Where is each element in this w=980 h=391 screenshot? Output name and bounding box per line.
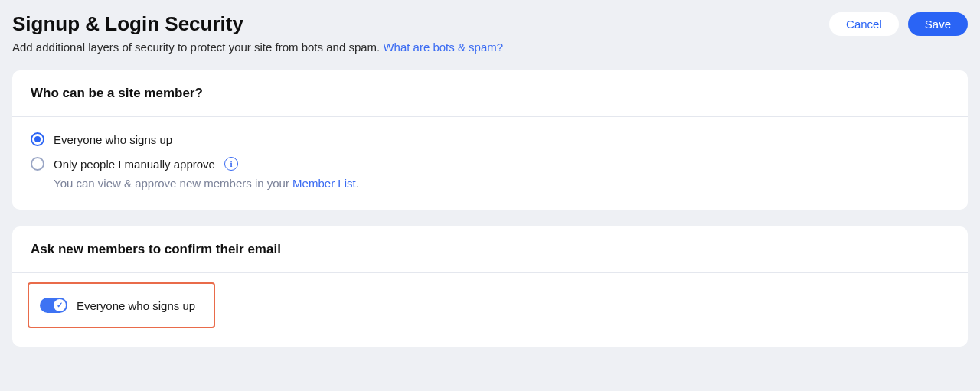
toggle-label: Everyone who signs up bbox=[77, 299, 195, 312]
radio-icon-selected[interactable] bbox=[31, 132, 44, 146]
info-icon[interactable]: i bbox=[224, 157, 238, 171]
radio-option-everyone[interactable]: Everyone who signs up bbox=[31, 132, 949, 146]
radio-label: Only people I manually approve bbox=[54, 158, 215, 171]
header-actions: Cancel Save bbox=[829, 12, 968, 36]
card-title: Who can be a site member? bbox=[31, 86, 949, 101]
helper-text: You can view & approve new members in yo… bbox=[54, 177, 949, 190]
card-title: Ask new members to confirm their email bbox=[31, 242, 949, 257]
card-header: Who can be a site member? bbox=[12, 70, 968, 117]
cancel-button[interactable]: Cancel bbox=[829, 12, 899, 36]
highlighted-toggle-area: ✓ Everyone who signs up bbox=[28, 282, 215, 328]
confirm-email-toggle[interactable]: ✓ bbox=[40, 298, 67, 313]
card-header: Ask new members to confirm their email bbox=[12, 226, 968, 273]
bots-spam-link[interactable]: What are bots & spam? bbox=[383, 41, 503, 54]
page-title: Signup & Login Security bbox=[12, 12, 829, 36]
page-subtitle: Add additional layers of security to pro… bbox=[12, 41, 829, 54]
radio-option-manual[interactable]: Only people I manually approve i bbox=[31, 157, 949, 171]
save-button[interactable]: Save bbox=[908, 12, 968, 36]
card-body: Everyone who signs up Only people I manu… bbox=[12, 117, 968, 210]
member-list-link[interactable]: Member List bbox=[292, 177, 356, 190]
toggle-knob: ✓ bbox=[54, 299, 66, 311]
check-icon: ✓ bbox=[57, 301, 63, 309]
radio-label: Everyone who signs up bbox=[54, 133, 172, 146]
helper-suffix: . bbox=[356, 177, 359, 190]
card-body: ✓ Everyone who signs up bbox=[12, 273, 968, 347]
subtitle-text: Add additional layers of security to pro… bbox=[12, 41, 383, 54]
card-confirm-email: Ask new members to confirm their email ✓… bbox=[12, 226, 968, 347]
card-site-membership: Who can be a site member? Everyone who s… bbox=[12, 70, 968, 210]
page-header: Signup & Login Security Add additional l… bbox=[12, 12, 968, 54]
helper-prefix: You can view & approve new members in yo… bbox=[54, 177, 292, 190]
radio-icon-unselected[interactable] bbox=[31, 157, 44, 171]
header-text-block: Signup & Login Security Add additional l… bbox=[12, 12, 829, 54]
